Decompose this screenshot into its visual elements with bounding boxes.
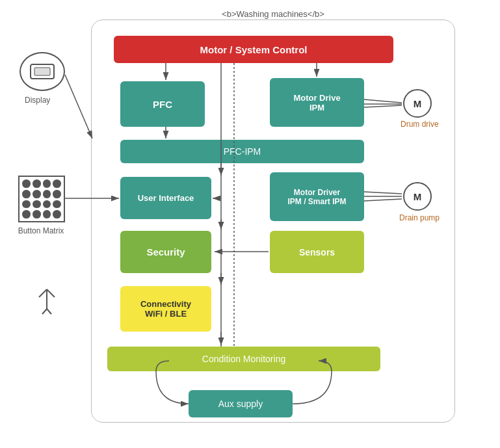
motor-driver-label: Motor DriverIPM / Smart IPM (287, 188, 346, 206)
condition-monitoring-label: Condition Monitoring (202, 354, 285, 364)
pfc-ipm-block: PFC-IPM (120, 140, 364, 163)
matrix-dot (43, 179, 51, 188)
aux-supply-block: Aux supply (189, 390, 293, 417)
matrix-dot (43, 200, 51, 209)
pfc-ipm-label: PFC-IPM (224, 146, 261, 157)
matrix-dot (53, 190, 61, 198)
motor-system-control-block: Motor / System Control (114, 36, 393, 63)
svg-rect-1 (34, 68, 50, 75)
aux-supply-label: Aux supply (218, 399, 263, 409)
condition-monitoring-block: Condition Monitoring (107, 347, 380, 371)
motor-system-control-label: Motor / System Control (200, 44, 307, 55)
matrix-dot (33, 200, 41, 209)
motor-drive-block: Motor DriveIPM (270, 78, 364, 127)
matrix-dot (22, 200, 31, 209)
security-block: Security (120, 231, 211, 273)
svg-line-5 (42, 309, 47, 314)
motor-drain-circle: M (403, 182, 432, 211)
motor-drive-label: Motor DriveIPM (293, 93, 340, 112)
matrix-dot (33, 179, 41, 188)
matrix-dot (22, 179, 31, 188)
button-matrix-icon (18, 176, 65, 222)
matrix-dot (22, 190, 31, 198)
display-icon (20, 52, 65, 91)
matrix-dot (33, 190, 41, 198)
svg-line-25 (65, 75, 92, 138)
drain-pump-label: Drain pump (399, 213, 440, 222)
motor-drain-label: M (414, 191, 422, 202)
motor-drum-label: M (414, 98, 422, 109)
user-interface-label: User Interface (138, 193, 194, 203)
main-box-title: <b>Washing machines</b> (91, 9, 455, 19)
matrix-dot (53, 210, 61, 218)
svg-line-3 (39, 289, 47, 297)
connectivity-block: ConnectivityWiFi / BLE (120, 286, 211, 332)
svg-line-6 (47, 309, 51, 314)
connectivity-label: ConnectivityWiFi / BLE (140, 299, 191, 319)
antenna-svg (36, 283, 59, 315)
button-matrix-label: Button Matrix (12, 226, 70, 235)
svg-line-4 (47, 289, 55, 297)
matrix-dot (33, 210, 41, 218)
matrix-dot (43, 190, 51, 198)
display-label: Display (25, 96, 50, 105)
motor-drum-circle: M (403, 89, 432, 118)
security-label: Security (146, 246, 185, 257)
matrix-dot (22, 210, 31, 218)
pfc-block: PFC (120, 81, 205, 127)
sensors-block: Sensors (270, 231, 364, 273)
matrix-dot (43, 210, 51, 218)
matrix-dot (53, 200, 61, 209)
pfc-label: PFC (153, 99, 172, 110)
motor-driver-block: Motor DriverIPM / Smart IPM (270, 172, 364, 221)
drum-drive-label: Drum drive (401, 120, 439, 129)
user-interface-block: User Interface (120, 177, 211, 219)
sensors-label: Sensors (299, 247, 335, 257)
antenna-icon (36, 283, 59, 317)
display-svg (29, 62, 55, 81)
matrix-dot (53, 179, 61, 188)
diagram-container: <b>Washing machines</b> Motor / System C… (0, 0, 500, 448)
